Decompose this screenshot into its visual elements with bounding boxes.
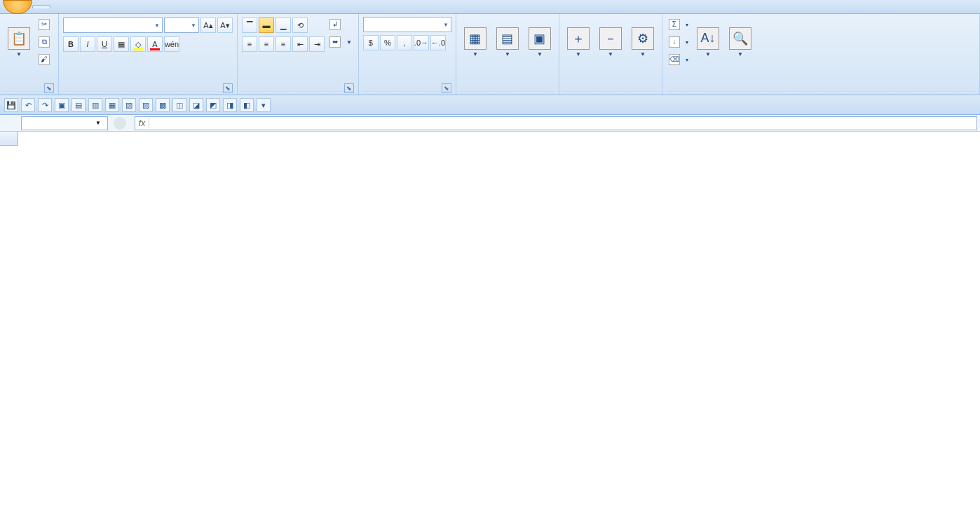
qat-btn-10[interactable]: ▩ — [156, 98, 170, 112]
indent-inc-button[interactable]: ⇥ — [309, 36, 325, 52]
select-all-corner[interactable] — [0, 132, 18, 146]
cell-styles-button[interactable]: ▣▼ — [525, 17, 554, 67]
qat-btn-7[interactable]: ▦ — [105, 98, 119, 112]
orientation-button[interactable]: ⟲ — [292, 18, 308, 33]
qat-btn-4[interactable]: ▣ — [55, 98, 69, 112]
tab-home[interactable] — [32, 5, 50, 8]
qat-save-button[interactable]: 💾 — [4, 98, 18, 112]
align-bottom-button[interactable]: ▁ — [275, 18, 291, 33]
alignment-launcher[interactable]: ⬊ — [344, 83, 354, 93]
chevron-down-icon[interactable]: ▼ — [152, 22, 162, 29]
fill-icon: ↓ — [669, 36, 680, 48]
conditional-format-button[interactable]: ▦▼ — [461, 17, 490, 67]
merge-center-button[interactable]: ⬌▼ — [327, 34, 354, 50]
qat-btn-11[interactable]: ◫ — [172, 98, 186, 112]
autosum-button[interactable]: Σ▾ — [667, 17, 690, 32]
italic-button[interactable]: I — [80, 36, 95, 52]
qat-btn-14[interactable]: ◨ — [223, 98, 237, 112]
group-font: ▼ ▼ A▴ A▾ B I U ▦ ◇ A wén ⬊ — [59, 14, 238, 95]
number-format-combo[interactable]: ▼ — [363, 17, 451, 32]
fill-color-button[interactable]: ◇ — [130, 36, 146, 52]
brush-icon: 🖌 — [39, 54, 50, 65]
tab-dev[interactable] — [151, 6, 168, 8]
tab-view[interactable] — [135, 6, 151, 8]
group-clipboard: 📋 ▼ ✂ ⧉ 🖌 ⬊ — [0, 14, 59, 95]
tab-foxit[interactable] — [168, 6, 185, 8]
accounting-button[interactable]: $ — [363, 35, 379, 50]
font-color-button[interactable]: A — [147, 36, 163, 52]
merge-icon: ⬌ — [329, 36, 341, 48]
formula-bar: ▼ fx — [0, 115, 980, 132]
font-size-combo[interactable]: ▼ — [164, 18, 199, 33]
font-name-combo[interactable]: ▼ — [63, 18, 163, 33]
chevron-down-icon: ▼ — [608, 51, 613, 57]
insert-icon: ＋ — [567, 27, 590, 50]
spreadsheet-grid — [0, 132, 980, 526]
clipboard-launcher[interactable]: ⬊ — [44, 83, 54, 93]
underline-button[interactable]: U — [97, 36, 112, 52]
format-as-table-button[interactable]: ▤▼ — [493, 17, 522, 67]
qat-btn-9[interactable]: ▨ — [139, 98, 153, 112]
delete-icon: － — [599, 27, 622, 50]
qat-undo-button[interactable]: ↶ — [21, 98, 35, 112]
qat-btn-15[interactable]: ◧ — [240, 98, 254, 112]
indent-dec-button[interactable]: ⇤ — [292, 36, 308, 52]
name-box[interactable]: ▼ — [21, 116, 108, 130]
tab-insert[interactable] — [50, 6, 67, 8]
eraser-icon: ⌫ — [669, 54, 680, 65]
qat-btn-8[interactable]: ▧ — [122, 98, 136, 112]
comma-button[interactable]: , — [397, 35, 412, 50]
insert-cells-button[interactable]: ＋▼ — [564, 17, 593, 67]
tab-pdf[interactable] — [185, 6, 202, 8]
fill-button[interactable]: ↓▾ — [667, 34, 690, 50]
chevron-down-icon[interactable]: ▼ — [441, 22, 451, 28]
fx-circle-icon — [114, 117, 126, 130]
find-select-button[interactable]: 🔍▼ — [726, 17, 755, 67]
delete-cells-button[interactable]: －▼ — [596, 17, 625, 67]
qat-btn-12[interactable]: ◪ — [189, 98, 203, 112]
qat-btn-5[interactable]: ▤ — [72, 98, 86, 112]
tab-review[interactable] — [118, 6, 135, 8]
qat-btn-13[interactable]: ◩ — [206, 98, 220, 112]
quick-access-toolbar: 💾 ↶ ↷ ▣ ▤ ▥ ▦ ▧ ▨ ▩ ◫ ◪ ◩ ◨ ◧ ▾ — [0, 95, 980, 115]
border-button[interactable]: ▦ — [114, 36, 129, 52]
cut-button[interactable]: ✂ — [36, 17, 54, 32]
sort-filter-button[interactable]: A↓▼ — [693, 17, 723, 67]
ribbon-tabs — [0, 0, 980, 14]
align-left-button[interactable]: ≡ — [242, 36, 257, 52]
grow-font-button[interactable]: A▴ — [200, 18, 216, 33]
tab-layout[interactable] — [67, 6, 84, 8]
format-cells-button[interactable]: ⚙▼ — [628, 17, 658, 67]
phonetic-button[interactable]: wén — [164, 36, 179, 52]
align-center-button[interactable]: ≡ — [259, 36, 274, 52]
font-launcher[interactable]: ⬊ — [223, 83, 233, 93]
table-fmt-icon: ▤ — [496, 27, 519, 50]
qat-redo-button[interactable]: ↷ — [38, 98, 52, 112]
format-painter-button[interactable]: 🖌 — [36, 52, 54, 67]
chevron-down-icon[interactable]: ▼ — [92, 117, 104, 130]
chevron-down-icon[interactable]: ▼ — [189, 22, 198, 29]
wrap-text-button[interactable]: ↲ — [327, 17, 354, 32]
tab-formulas[interactable] — [84, 6, 101, 8]
inc-decimal-button[interactable]: .0→ — [414, 35, 429, 50]
qat-more-button[interactable]: ▾ — [257, 98, 271, 112]
chevron-down-icon: ▼ — [537, 51, 543, 57]
number-launcher[interactable]: ⬊ — [442, 83, 451, 93]
qat-btn-6[interactable]: ▥ — [88, 98, 102, 112]
dec-decimal-button[interactable]: ←.0 — [430, 35, 446, 50]
cond-fmt-icon: ▦ — [464, 27, 486, 50]
office-button[interactable] — [3, 0, 32, 14]
formula-input[interactable] — [149, 118, 976, 128]
bold-button[interactable]: B — [63, 36, 79, 52]
percent-button[interactable]: % — [380, 35, 395, 50]
chevron-down-icon: ▼ — [16, 51, 22, 57]
fx-icon[interactable]: fx — [135, 118, 149, 128]
tab-data[interactable] — [101, 6, 118, 8]
align-middle-button[interactable]: ▬ — [259, 18, 274, 33]
paste-button[interactable]: 📋 ▼ — [4, 17, 34, 67]
copy-button[interactable]: ⧉ — [36, 34, 54, 50]
shrink-font-button[interactable]: A▾ — [217, 18, 233, 33]
align-top-button[interactable]: ▔ — [242, 18, 257, 33]
clear-button[interactable]: ⌫▾ — [667, 52, 690, 67]
align-right-button[interactable]: ≡ — [275, 36, 291, 52]
